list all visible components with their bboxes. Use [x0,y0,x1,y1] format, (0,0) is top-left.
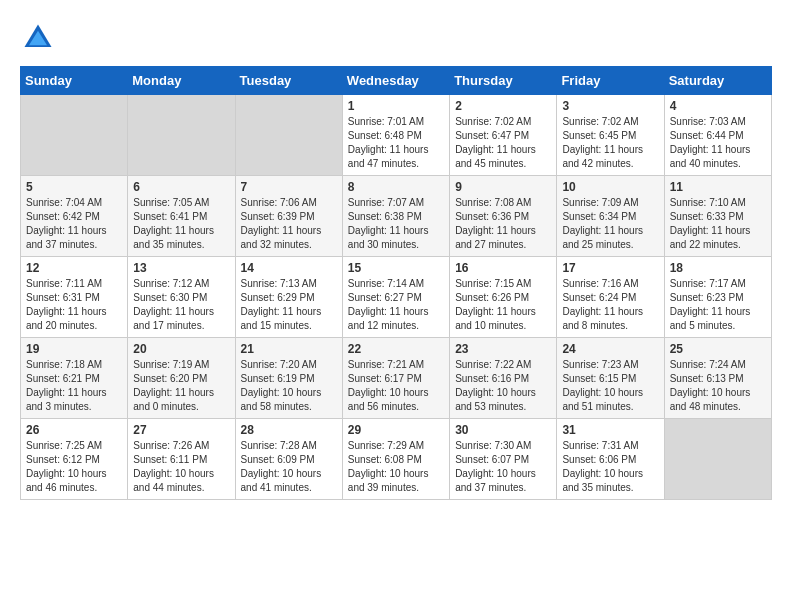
day-info: Sunrise: 7:08 AM Sunset: 6:36 PM Dayligh… [455,196,551,252]
day-number: 6 [133,180,229,194]
day-number: 9 [455,180,551,194]
week-row-3: 12Sunrise: 7:11 AM Sunset: 6:31 PM Dayli… [21,257,772,338]
day-info: Sunrise: 7:30 AM Sunset: 6:07 PM Dayligh… [455,439,551,495]
day-cell: 16Sunrise: 7:15 AM Sunset: 6:26 PM Dayli… [450,257,557,338]
week-row-5: 26Sunrise: 7:25 AM Sunset: 6:12 PM Dayli… [21,419,772,500]
day-info: Sunrise: 7:05 AM Sunset: 6:41 PM Dayligh… [133,196,229,252]
day-number: 19 [26,342,122,356]
weekday-header-friday: Friday [557,67,664,95]
day-info: Sunrise: 7:12 AM Sunset: 6:30 PM Dayligh… [133,277,229,333]
day-cell: 29Sunrise: 7:29 AM Sunset: 6:08 PM Dayli… [342,419,449,500]
day-cell [235,95,342,176]
day-number: 10 [562,180,658,194]
day-cell [21,95,128,176]
day-number: 14 [241,261,337,275]
day-info: Sunrise: 7:22 AM Sunset: 6:16 PM Dayligh… [455,358,551,414]
day-cell: 10Sunrise: 7:09 AM Sunset: 6:34 PM Dayli… [557,176,664,257]
day-cell: 26Sunrise: 7:25 AM Sunset: 6:12 PM Dayli… [21,419,128,500]
day-cell: 14Sunrise: 7:13 AM Sunset: 6:29 PM Dayli… [235,257,342,338]
day-info: Sunrise: 7:07 AM Sunset: 6:38 PM Dayligh… [348,196,444,252]
day-number: 13 [133,261,229,275]
day-cell: 17Sunrise: 7:16 AM Sunset: 6:24 PM Dayli… [557,257,664,338]
day-cell: 6Sunrise: 7:05 AM Sunset: 6:41 PM Daylig… [128,176,235,257]
day-cell: 2Sunrise: 7:02 AM Sunset: 6:47 PM Daylig… [450,95,557,176]
day-info: Sunrise: 7:21 AM Sunset: 6:17 PM Dayligh… [348,358,444,414]
weekday-header-monday: Monday [128,67,235,95]
day-number: 29 [348,423,444,437]
day-cell: 12Sunrise: 7:11 AM Sunset: 6:31 PM Dayli… [21,257,128,338]
weekday-header-row: SundayMondayTuesdayWednesdayThursdayFrid… [21,67,772,95]
day-info: Sunrise: 7:04 AM Sunset: 6:42 PM Dayligh… [26,196,122,252]
day-info: Sunrise: 7:26 AM Sunset: 6:11 PM Dayligh… [133,439,229,495]
day-number: 28 [241,423,337,437]
day-number: 4 [670,99,766,113]
weekday-header-sunday: Sunday [21,67,128,95]
day-number: 30 [455,423,551,437]
day-number: 20 [133,342,229,356]
day-cell: 24Sunrise: 7:23 AM Sunset: 6:15 PM Dayli… [557,338,664,419]
day-info: Sunrise: 7:28 AM Sunset: 6:09 PM Dayligh… [241,439,337,495]
day-info: Sunrise: 7:25 AM Sunset: 6:12 PM Dayligh… [26,439,122,495]
day-cell [664,419,771,500]
day-info: Sunrise: 7:14 AM Sunset: 6:27 PM Dayligh… [348,277,444,333]
day-cell: 8Sunrise: 7:07 AM Sunset: 6:38 PM Daylig… [342,176,449,257]
day-info: Sunrise: 7:02 AM Sunset: 6:47 PM Dayligh… [455,115,551,171]
day-info: Sunrise: 7:11 AM Sunset: 6:31 PM Dayligh… [26,277,122,333]
day-cell: 25Sunrise: 7:24 AM Sunset: 6:13 PM Dayli… [664,338,771,419]
day-cell: 13Sunrise: 7:12 AM Sunset: 6:30 PM Dayli… [128,257,235,338]
calendar: SundayMondayTuesdayWednesdayThursdayFrid… [20,66,772,500]
day-info: Sunrise: 7:09 AM Sunset: 6:34 PM Dayligh… [562,196,658,252]
week-row-2: 5Sunrise: 7:04 AM Sunset: 6:42 PM Daylig… [21,176,772,257]
day-info: Sunrise: 7:19 AM Sunset: 6:20 PM Dayligh… [133,358,229,414]
week-row-1: 1Sunrise: 7:01 AM Sunset: 6:48 PM Daylig… [21,95,772,176]
day-number: 15 [348,261,444,275]
day-cell: 22Sunrise: 7:21 AM Sunset: 6:17 PM Dayli… [342,338,449,419]
day-number: 18 [670,261,766,275]
day-cell: 30Sunrise: 7:30 AM Sunset: 6:07 PM Dayli… [450,419,557,500]
day-info: Sunrise: 7:24 AM Sunset: 6:13 PM Dayligh… [670,358,766,414]
week-row-4: 19Sunrise: 7:18 AM Sunset: 6:21 PM Dayli… [21,338,772,419]
day-number: 7 [241,180,337,194]
day-info: Sunrise: 7:03 AM Sunset: 6:44 PM Dayligh… [670,115,766,171]
day-info: Sunrise: 7:01 AM Sunset: 6:48 PM Dayligh… [348,115,444,171]
day-cell: 27Sunrise: 7:26 AM Sunset: 6:11 PM Dayli… [128,419,235,500]
day-cell: 9Sunrise: 7:08 AM Sunset: 6:36 PM Daylig… [450,176,557,257]
day-number: 21 [241,342,337,356]
day-number: 5 [26,180,122,194]
day-number: 24 [562,342,658,356]
day-cell: 19Sunrise: 7:18 AM Sunset: 6:21 PM Dayli… [21,338,128,419]
day-info: Sunrise: 7:16 AM Sunset: 6:24 PM Dayligh… [562,277,658,333]
day-info: Sunrise: 7:13 AM Sunset: 6:29 PM Dayligh… [241,277,337,333]
day-number: 3 [562,99,658,113]
weekday-header-tuesday: Tuesday [235,67,342,95]
day-info: Sunrise: 7:18 AM Sunset: 6:21 PM Dayligh… [26,358,122,414]
day-cell: 28Sunrise: 7:28 AM Sunset: 6:09 PM Dayli… [235,419,342,500]
day-number: 25 [670,342,766,356]
day-cell: 4Sunrise: 7:03 AM Sunset: 6:44 PM Daylig… [664,95,771,176]
day-number: 12 [26,261,122,275]
day-cell: 21Sunrise: 7:20 AM Sunset: 6:19 PM Dayli… [235,338,342,419]
day-cell: 15Sunrise: 7:14 AM Sunset: 6:27 PM Dayli… [342,257,449,338]
day-cell: 3Sunrise: 7:02 AM Sunset: 6:45 PM Daylig… [557,95,664,176]
day-number: 17 [562,261,658,275]
day-number: 16 [455,261,551,275]
day-info: Sunrise: 7:23 AM Sunset: 6:15 PM Dayligh… [562,358,658,414]
logo-icon [20,20,56,56]
day-cell: 23Sunrise: 7:22 AM Sunset: 6:16 PM Dayli… [450,338,557,419]
day-number: 22 [348,342,444,356]
day-number: 23 [455,342,551,356]
day-info: Sunrise: 7:29 AM Sunset: 6:08 PM Dayligh… [348,439,444,495]
day-cell: 20Sunrise: 7:19 AM Sunset: 6:20 PM Dayli… [128,338,235,419]
day-info: Sunrise: 7:06 AM Sunset: 6:39 PM Dayligh… [241,196,337,252]
day-cell: 1Sunrise: 7:01 AM Sunset: 6:48 PM Daylig… [342,95,449,176]
weekday-header-saturday: Saturday [664,67,771,95]
day-info: Sunrise: 7:15 AM Sunset: 6:26 PM Dayligh… [455,277,551,333]
day-number: 2 [455,99,551,113]
day-info: Sunrise: 7:20 AM Sunset: 6:19 PM Dayligh… [241,358,337,414]
day-info: Sunrise: 7:10 AM Sunset: 6:33 PM Dayligh… [670,196,766,252]
day-number: 26 [26,423,122,437]
day-cell: 18Sunrise: 7:17 AM Sunset: 6:23 PM Dayli… [664,257,771,338]
day-info: Sunrise: 7:17 AM Sunset: 6:23 PM Dayligh… [670,277,766,333]
day-number: 31 [562,423,658,437]
weekday-header-thursday: Thursday [450,67,557,95]
